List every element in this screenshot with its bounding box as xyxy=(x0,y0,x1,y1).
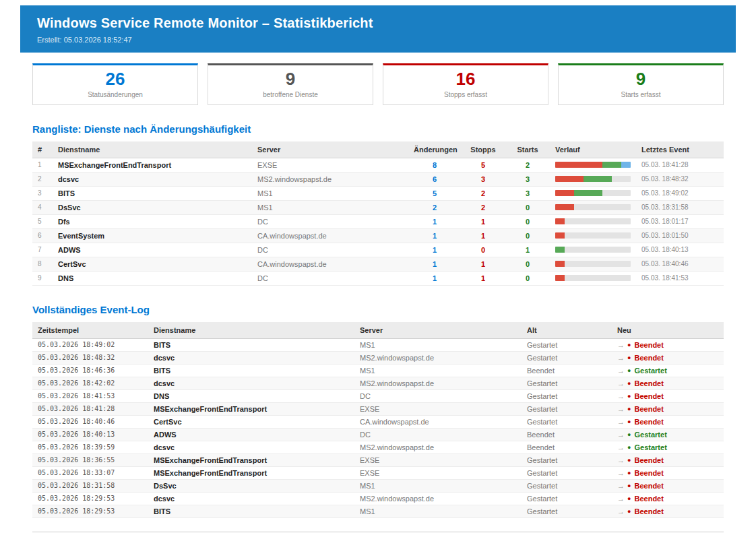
history-bar xyxy=(555,247,631,253)
server-name: DC xyxy=(252,271,408,285)
ranking-row: 8CertSvcCA.windowspapst.de11005.03. 18:4… xyxy=(32,257,724,271)
ranking-row: 2dcsvcMS2.windowspapst.de63305.03. 18:48… xyxy=(32,172,724,186)
card-value: 9 xyxy=(211,69,370,90)
server-name: MS1 xyxy=(354,364,522,377)
rank-number: 1 xyxy=(32,158,53,172)
transition-arrow-icon: → xyxy=(617,405,625,413)
timestamp-cell: 05.03.2026 18:41:28 xyxy=(32,402,148,415)
service-name: BITS xyxy=(148,364,354,377)
new-status-label: Beendet xyxy=(635,379,664,387)
column-header-1: Dienstname xyxy=(148,322,354,339)
starts-count: 0 xyxy=(505,228,550,243)
last-event-time: 05.03. 18:48:32 xyxy=(636,172,724,186)
new-status-label: Gestartet xyxy=(635,443,667,451)
stops-count: 3 xyxy=(461,172,505,186)
last-event-time: 05.03. 18:01:50 xyxy=(636,228,724,243)
server-name: CA.windowspapst.de xyxy=(252,257,408,271)
stops-count: 5 xyxy=(461,158,505,172)
transition-arrow-icon: → xyxy=(617,469,625,477)
last-event-time: 05.03. 18:41:53 xyxy=(636,271,724,285)
server-name: MS1 xyxy=(354,505,522,517)
starts-count: 0 xyxy=(505,271,550,285)
new-status-cell: →● Beendet xyxy=(612,402,724,415)
report-created-timestamp: Erstellt: 05.03.2026 18:52:47 xyxy=(37,36,719,44)
new-status-cell: →● Beendet xyxy=(612,351,724,364)
changes-count: 1 xyxy=(408,271,461,285)
stops-count: 1 xyxy=(461,214,505,228)
status-dot-icon: ● xyxy=(627,418,631,425)
column-header-4: Neu xyxy=(612,322,724,339)
server-name: MS1 xyxy=(354,338,522,351)
service-name: CertSvc xyxy=(148,415,354,428)
rank-number: 9 xyxy=(32,271,53,285)
summary-card-stopps-erfasst: 16Stopps erfasst xyxy=(383,63,548,105)
service-name: MSExchangeFrontEndTransport xyxy=(148,453,354,466)
server-name: MS2.windowspapst.de xyxy=(252,172,408,186)
new-status-cell: →● Beendet xyxy=(612,505,724,517)
status-dot-icon: ● xyxy=(627,380,631,387)
new-status-label: Beendet xyxy=(635,354,664,362)
service-name: MSExchangeFrontEndTransport xyxy=(148,466,354,479)
rank-number: 7 xyxy=(32,243,53,257)
summary-card-statusaenderungen: 26Statusänderungen xyxy=(32,63,198,105)
eventlog-row: 05.03.2026 18:40:46CertSvcCA.windowspaps… xyxy=(32,415,724,428)
status-dot-icon: ● xyxy=(627,354,631,361)
transition-arrow-icon: → xyxy=(617,482,625,490)
card-value: 26 xyxy=(36,69,195,90)
transition-arrow-icon: → xyxy=(617,341,625,349)
starts-count: 0 xyxy=(505,200,550,214)
new-status-cell: →● Gestartet xyxy=(612,428,724,441)
column-header-3: Änderungen xyxy=(408,141,461,158)
last-event-time: 05.03. 18:01:17 xyxy=(636,214,724,228)
card-value: 9 xyxy=(561,69,720,90)
new-status-cell: →● Beendet xyxy=(612,389,724,402)
timestamp-cell: 05.03.2026 18:40:46 xyxy=(32,415,148,428)
server-name: MS2.windowspapst.de xyxy=(354,492,522,505)
new-status-label: Beendet xyxy=(635,341,664,349)
status-dot-icon: ● xyxy=(627,367,631,374)
report-content: 26Statusänderungen9betroffene Dienste16S… xyxy=(32,63,724,535)
service-name: DNS xyxy=(148,389,354,402)
eventlog-row: 05.03.2026 18:48:32dcsvcMS2.windowspapst… xyxy=(32,351,724,364)
new-status-cell: →● Gestartet xyxy=(612,364,724,377)
column-header-5: Starts xyxy=(505,141,550,158)
column-header-0: # xyxy=(32,141,53,158)
service-name: DsSvc xyxy=(53,200,252,214)
eventlog-section-title: Vollständiges Event-Log xyxy=(32,304,724,315)
transition-arrow-icon: → xyxy=(617,507,625,515)
server-name: MS2.windowspapst.de xyxy=(354,441,522,453)
old-status: Gestartet xyxy=(522,453,612,466)
history-bar xyxy=(555,190,631,196)
transition-arrow-icon: → xyxy=(617,367,625,375)
server-name: DC xyxy=(252,214,408,228)
changes-count: 6 xyxy=(408,172,461,186)
old-status: Gestartet xyxy=(522,479,612,492)
old-status: Beendet xyxy=(522,441,612,453)
history-bar xyxy=(555,176,631,182)
last-event-time: 05.03. 18:49:02 xyxy=(636,186,724,200)
new-status-label: Beendet xyxy=(635,392,664,400)
new-status-cell: →● Beendet xyxy=(612,338,724,351)
new-status-label: Beendet xyxy=(635,456,664,464)
eventlog-table-body: 05.03.2026 18:49:02BITSMS1Gestartet→● Be… xyxy=(32,338,724,517)
rank-number: 3 xyxy=(32,186,53,200)
status-dot-icon: ● xyxy=(627,482,631,489)
new-status-cell: →● Beendet xyxy=(612,415,724,428)
history-bar xyxy=(555,218,631,224)
server-name: MS1 xyxy=(354,479,522,492)
history-bar-cell xyxy=(550,186,636,200)
last-event-time: 05.03. 18:40:46 xyxy=(636,257,724,271)
column-header-4: Stopps xyxy=(461,141,505,158)
starts-count: 3 xyxy=(505,186,550,200)
server-name: MS1 xyxy=(252,186,408,200)
column-header-2: Server xyxy=(354,322,522,339)
starts-count: 2 xyxy=(505,158,550,172)
starts-count: 0 xyxy=(505,257,550,271)
starts-count: 0 xyxy=(505,214,550,228)
service-name: dcsvc xyxy=(148,351,354,364)
report-page: Windows Service Remote Monitor – Statist… xyxy=(0,0,756,535)
server-name: MS2.windowspapst.de xyxy=(354,377,522,389)
old-status: Gestartet xyxy=(522,377,612,389)
stops-bar-segment xyxy=(555,218,565,224)
eventlog-row: 05.03.2026 18:29:53BITSMS1Gestartet→● Be… xyxy=(32,505,724,517)
